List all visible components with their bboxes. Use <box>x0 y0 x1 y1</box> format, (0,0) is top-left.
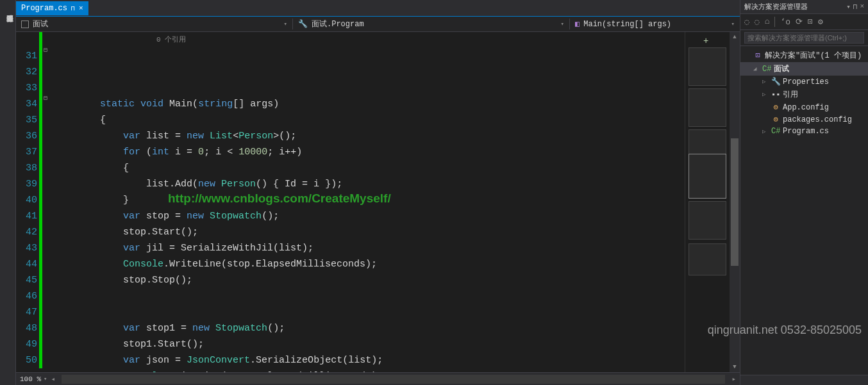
pin-icon[interactable]: ⊓ <box>853 3 858 11</box>
expand-icon[interactable]: ▷ <box>762 128 769 135</box>
expand-icon[interactable]: ▷ <box>762 78 769 85</box>
panel-title: 解决方案资源管理器 <box>744 2 846 12</box>
close-icon[interactable]: × <box>860 3 864 11</box>
zoom-level[interactable]: 100 % ▾ <box>20 375 47 383</box>
forward-icon[interactable]: ◌ <box>755 17 760 27</box>
references-icon: ▪▪ <box>771 90 780 99</box>
nav-class-dropdown[interactable]: 🔧 面试.Program ▾ <box>293 19 570 29</box>
properties-icon[interactable]: ⚙ <box>818 17 823 27</box>
change-indicator <box>39 32 42 368</box>
vertical-scrollbar[interactable]: ▲ ▼ <box>730 32 740 372</box>
file-tab-program[interactable]: Program.cs ⊓ × <box>16 1 88 15</box>
code-editor[interactable]: 3132333435363738394041424344454647484950… <box>16 32 685 372</box>
margin-marks: ⊟ ⊟ <box>42 32 54 372</box>
server-explorer-tab[interactable]: 服务器资源管理器 <box>3 6 15 385</box>
code-area[interactable]: 0 个引用 http://www.cnblogs.com/CreateMysel… <box>54 32 685 372</box>
pin-icon[interactable]: ⊓ <box>71 4 75 12</box>
editor-tab-bar: Program.cs ⊓ × <box>16 0 740 17</box>
scroll-right-icon[interactable]: ▸ <box>731 375 736 383</box>
explorer-hscroll[interactable] <box>740 375 868 385</box>
back-icon[interactable]: ◌ <box>744 17 749 27</box>
wrench-icon: 🔧 <box>771 77 780 86</box>
scroll-up-icon[interactable]: ▲ <box>730 32 740 42</box>
scroll-down-icon[interactable]: ▼ <box>730 362 740 372</box>
line-gutter: 3132333435363738394041424344454647484950… <box>16 32 42 372</box>
code-minimap[interactable]: + <box>685 32 730 372</box>
solution-tree: ⊡ 解决方案"面试"(1 个项目) ◢ C# 面试 ▷ 🔧 Properties… <box>740 46 868 375</box>
search-input[interactable] <box>744 32 864 44</box>
appconfig-node[interactable]: ⚙ App.config <box>740 101 868 113</box>
csharp-file-icon: C# <box>771 127 780 136</box>
editor-status-bar: 100 % ▾ ◂ ▸ <box>16 372 740 385</box>
explorer-toolbar: ◌ ◌ ⌂ ʻo ⟳ ⊡ ⚙ <box>740 14 868 30</box>
sync-icon[interactable]: ⟳ <box>796 17 803 27</box>
solution-node[interactable]: ⊡ 解决方案"面试"(1 个项目) <box>740 49 868 62</box>
chevron-down-icon: ▾ <box>284 20 287 28</box>
config-icon: ⚙ <box>771 115 780 124</box>
scroll-left-icon[interactable]: ◂ <box>51 375 55 383</box>
fold-icon[interactable]: ⊟ <box>44 94 47 102</box>
expand-icon[interactable]: ▷ <box>762 91 769 98</box>
project-node[interactable]: ◢ C# 面试 <box>740 62 868 76</box>
csharp-project-icon: C# <box>762 65 771 74</box>
project-icon <box>21 20 29 28</box>
solution-icon: ⊡ <box>753 51 762 60</box>
class-icon: 🔧 <box>298 19 308 29</box>
solution-explorer-panel: 解决方案资源管理器 ▾ ⊓ × ◌ ◌ ⌂ ʻo ⟳ ⊡ ⚙ ⊡ 解决方案"面试… <box>740 0 868 385</box>
panel-title-bar: 解决方案资源管理器 ▾ ⊓ × <box>740 0 868 14</box>
left-tool-tabs: 服务器资源管理器 工具箱 <box>0 0 16 385</box>
nav-method-dropdown[interactable]: ◧ Main(string[] args) ▾ <box>570 19 740 29</box>
properties-node[interactable]: ▷ 🔧 Properties <box>740 76 868 88</box>
chevron-down-icon: ▾ <box>731 20 735 28</box>
chevron-down-icon: ▾ <box>561 20 564 28</box>
close-icon[interactable]: × <box>79 4 83 12</box>
method-icon: ◧ <box>575 19 580 29</box>
navigation-bar: 面试 ▾ 🔧 面试.Program ▾ ◧ Main(string[] args… <box>16 17 740 32</box>
horizontal-scrollbar[interactable] <box>62 375 725 384</box>
fold-icon[interactable]: ⊟ <box>44 46 47 54</box>
nav-project-dropdown[interactable]: 面试 ▾ <box>16 19 293 29</box>
home-icon[interactable]: ⌂ <box>765 17 770 27</box>
programcs-node[interactable]: ▷ C# Program.cs <box>740 126 868 137</box>
tab-label: Program.cs <box>21 4 67 13</box>
expand-icon[interactable]: ◢ <box>753 65 760 72</box>
chevron-down-icon: ▾ <box>44 375 47 382</box>
refresh-icon[interactable]: ʻo <box>780 17 790 27</box>
add-split-icon[interactable]: + <box>703 36 708 46</box>
scroll-thumb[interactable] <box>731 138 739 266</box>
dropdown-icon[interactable]: ▾ <box>846 3 851 11</box>
config-icon: ⚙ <box>771 102 780 112</box>
collapse-icon[interactable]: ⊡ <box>808 17 813 27</box>
explorer-search <box>740 30 868 46</box>
packagesconfig-node[interactable]: ⚙ packages.config <box>740 113 868 126</box>
references-node[interactable]: ▷ ▪▪ 引用 <box>740 88 868 101</box>
